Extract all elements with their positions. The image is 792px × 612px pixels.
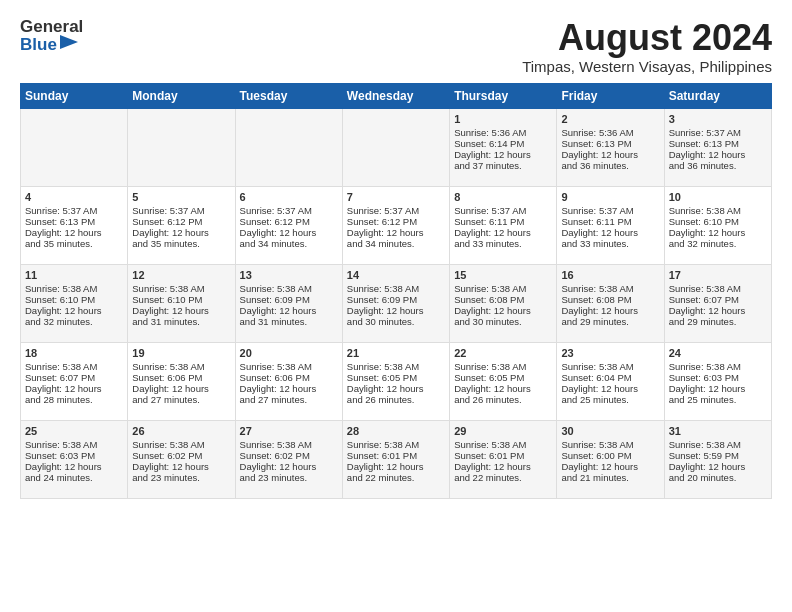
subtitle: Timpas, Western Visayas, Philippines: [522, 58, 772, 75]
calendar-cell: 9Sunrise: 5:37 AMSunset: 6:11 PMDaylight…: [557, 186, 664, 264]
header-cell-wednesday: Wednesday: [342, 83, 449, 108]
calendar-week-4: 25Sunrise: 5:38 AMSunset: 6:03 PMDayligh…: [21, 420, 772, 498]
day-info: Sunset: 6:06 PM: [240, 372, 338, 383]
day-info: Daylight: 12 hours: [454, 305, 552, 316]
day-number: 23: [561, 347, 659, 359]
day-info: Sunset: 6:08 PM: [454, 294, 552, 305]
day-info: Daylight: 12 hours: [132, 227, 230, 238]
day-info: Sunset: 6:02 PM: [240, 450, 338, 461]
day-info: and 37 minutes.: [454, 160, 552, 171]
header-row: SundayMondayTuesdayWednesdayThursdayFrid…: [21, 83, 772, 108]
day-info: Sunset: 6:07 PM: [25, 372, 123, 383]
day-info: Sunset: 6:11 PM: [454, 216, 552, 227]
day-info: Daylight: 12 hours: [669, 149, 767, 160]
day-number: 21: [347, 347, 445, 359]
day-info: Daylight: 12 hours: [561, 383, 659, 394]
day-info: Sunrise: 5:38 AM: [25, 361, 123, 372]
day-info: Sunrise: 5:38 AM: [669, 361, 767, 372]
header-cell-saturday: Saturday: [664, 83, 771, 108]
day-info: and 31 minutes.: [240, 316, 338, 327]
calendar-cell: 20Sunrise: 5:38 AMSunset: 6:06 PMDayligh…: [235, 342, 342, 420]
day-info: and 21 minutes.: [561, 472, 659, 483]
day-info: Sunrise: 5:37 AM: [240, 205, 338, 216]
day-info: and 31 minutes.: [132, 316, 230, 327]
calendar-cell: [235, 108, 342, 186]
day-info: Sunrise: 5:38 AM: [669, 439, 767, 450]
day-info: Sunset: 6:14 PM: [454, 138, 552, 149]
day-info: Sunset: 6:13 PM: [561, 138, 659, 149]
day-info: Daylight: 12 hours: [669, 383, 767, 394]
day-number: 11: [25, 269, 123, 281]
calendar-cell: [128, 108, 235, 186]
header: General Blue August 2024 Timpas, Western…: [20, 18, 772, 75]
day-number: 19: [132, 347, 230, 359]
day-info: Sunrise: 5:38 AM: [454, 283, 552, 294]
calendar-cell: [21, 108, 128, 186]
calendar-cell: 16Sunrise: 5:38 AMSunset: 6:08 PMDayligh…: [557, 264, 664, 342]
day-info: Daylight: 12 hours: [347, 305, 445, 316]
day-number: 4: [25, 191, 123, 203]
header-cell-sunday: Sunday: [21, 83, 128, 108]
day-info: Sunset: 6:05 PM: [347, 372, 445, 383]
day-info: Daylight: 12 hours: [454, 149, 552, 160]
day-info: Sunrise: 5:38 AM: [347, 361, 445, 372]
day-info: Daylight: 12 hours: [561, 461, 659, 472]
day-info: Sunrise: 5:38 AM: [561, 439, 659, 450]
day-info: Sunset: 6:13 PM: [25, 216, 123, 227]
logo-blue: Blue: [20, 36, 57, 53]
day-number: 22: [454, 347, 552, 359]
day-info: Sunset: 6:09 PM: [347, 294, 445, 305]
title-block: August 2024 Timpas, Western Visayas, Phi…: [522, 18, 772, 75]
day-info: and 29 minutes.: [561, 316, 659, 327]
day-info: Sunrise: 5:38 AM: [132, 283, 230, 294]
day-number: 8: [454, 191, 552, 203]
day-info: and 26 minutes.: [454, 394, 552, 405]
day-info: and 35 minutes.: [132, 238, 230, 249]
calendar-week-2: 11Sunrise: 5:38 AMSunset: 6:10 PMDayligh…: [21, 264, 772, 342]
calendar-cell: 26Sunrise: 5:38 AMSunset: 6:02 PMDayligh…: [128, 420, 235, 498]
day-info: Daylight: 12 hours: [132, 305, 230, 316]
day-info: Sunset: 6:03 PM: [25, 450, 123, 461]
day-number: 26: [132, 425, 230, 437]
day-info: Sunset: 6:13 PM: [669, 138, 767, 149]
header-cell-monday: Monday: [128, 83, 235, 108]
day-info: Sunrise: 5:38 AM: [561, 283, 659, 294]
day-info: and 36 minutes.: [669, 160, 767, 171]
page: General Blue August 2024 Timpas, Western…: [0, 0, 792, 612]
day-info: and 25 minutes.: [669, 394, 767, 405]
calendar-cell: 12Sunrise: 5:38 AMSunset: 6:10 PMDayligh…: [128, 264, 235, 342]
calendar-cell: 4Sunrise: 5:37 AMSunset: 6:13 PMDaylight…: [21, 186, 128, 264]
day-info: and 32 minutes.: [25, 316, 123, 327]
logo: General Blue: [20, 18, 83, 54]
logo-arrow-icon: [60, 35, 78, 52]
calendar-week-1: 4Sunrise: 5:37 AMSunset: 6:13 PMDaylight…: [21, 186, 772, 264]
day-info: and 23 minutes.: [240, 472, 338, 483]
calendar-cell: 31Sunrise: 5:38 AMSunset: 5:59 PMDayligh…: [664, 420, 771, 498]
day-info: Daylight: 12 hours: [454, 227, 552, 238]
day-info: and 34 minutes.: [347, 238, 445, 249]
day-info: and 22 minutes.: [347, 472, 445, 483]
day-info: Daylight: 12 hours: [454, 383, 552, 394]
calendar-cell: 23Sunrise: 5:38 AMSunset: 6:04 PMDayligh…: [557, 342, 664, 420]
day-info: Sunrise: 5:38 AM: [454, 439, 552, 450]
day-info: Sunset: 6:03 PM: [669, 372, 767, 383]
day-info: Sunrise: 5:38 AM: [132, 439, 230, 450]
calendar-cell: 8Sunrise: 5:37 AMSunset: 6:11 PMDaylight…: [450, 186, 557, 264]
day-info: Sunset: 6:06 PM: [132, 372, 230, 383]
day-info: Sunrise: 5:38 AM: [240, 439, 338, 450]
day-info: Daylight: 12 hours: [669, 227, 767, 238]
day-info: and 34 minutes.: [240, 238, 338, 249]
day-info: Daylight: 12 hours: [347, 383, 445, 394]
calendar-cell: 10Sunrise: 5:38 AMSunset: 6:10 PMDayligh…: [664, 186, 771, 264]
day-info: Daylight: 12 hours: [561, 305, 659, 316]
calendar-cell: 5Sunrise: 5:37 AMSunset: 6:12 PMDaylight…: [128, 186, 235, 264]
day-info: Daylight: 12 hours: [347, 461, 445, 472]
day-info: Sunrise: 5:37 AM: [132, 205, 230, 216]
day-number: 6: [240, 191, 338, 203]
day-info: Sunrise: 5:36 AM: [454, 127, 552, 138]
calendar-week-3: 18Sunrise: 5:38 AMSunset: 6:07 PMDayligh…: [21, 342, 772, 420]
day-info: and 25 minutes.: [561, 394, 659, 405]
logo-general: General: [20, 18, 83, 35]
day-number: 25: [25, 425, 123, 437]
day-info: Sunrise: 5:38 AM: [240, 361, 338, 372]
